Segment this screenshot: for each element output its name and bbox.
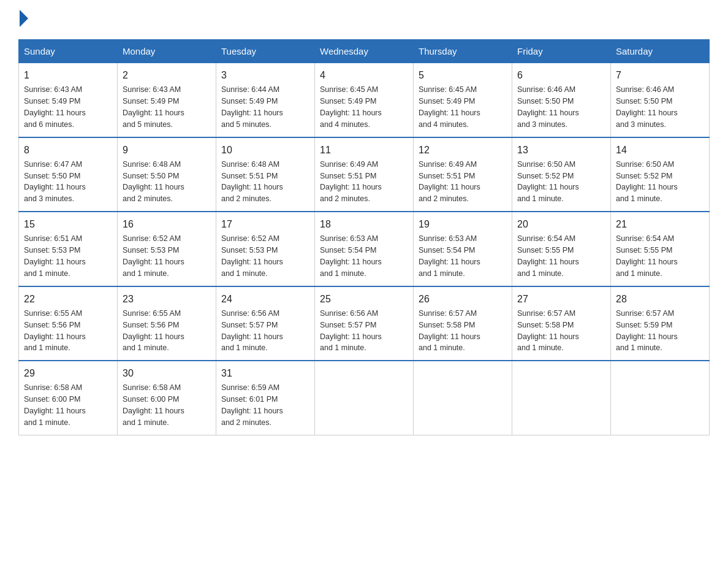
header-tuesday: Tuesday: [216, 40, 315, 63]
day-info: Sunrise: 6:45 AMSunset: 5:49 PMDaylight:…: [320, 85, 382, 129]
day-number: 12: [419, 143, 507, 157]
day-number: 14: [616, 143, 704, 157]
day-info: Sunrise: 6:51 AMSunset: 5:53 PMDaylight:…: [24, 234, 86, 278]
calendar-cell: 2 Sunrise: 6:43 AMSunset: 5:49 PMDayligh…: [118, 63, 216, 137]
header-monday: Monday: [118, 40, 216, 63]
calendar-cell: 16 Sunrise: 6:52 AMSunset: 5:53 PMDaylig…: [118, 212, 216, 286]
day-info: Sunrise: 6:55 AMSunset: 5:56 PMDaylight:…: [24, 309, 86, 353]
calendar-cell: [512, 361, 611, 435]
day-number: 23: [123, 292, 211, 306]
calendar-week-4: 22 Sunrise: 6:55 AMSunset: 5:56 PMDaylig…: [19, 286, 710, 361]
calendar-cell: [315, 361, 414, 435]
day-number: 9: [123, 143, 211, 157]
calendar-cell: 6 Sunrise: 6:46 AMSunset: 5:50 PMDayligh…: [512, 63, 611, 137]
day-number: 11: [320, 143, 408, 157]
calendar-cell: 3 Sunrise: 6:44 AMSunset: 5:49 PMDayligh…: [216, 63, 315, 137]
day-info: Sunrise: 6:50 AMSunset: 5:52 PMDaylight:…: [616, 160, 678, 204]
day-info: Sunrise: 6:58 AMSunset: 6:00 PMDaylight:…: [123, 383, 184, 427]
calendar-cell: 31 Sunrise: 6:59 AMSunset: 6:01 PMDaylig…: [216, 361, 315, 435]
calendar-cell: 10 Sunrise: 6:48 AMSunset: 5:51 PMDaylig…: [216, 137, 315, 212]
day-info: Sunrise: 6:52 AMSunset: 5:53 PMDaylight:…: [221, 234, 283, 278]
day-info: Sunrise: 6:48 AMSunset: 5:51 PMDaylight:…: [221, 160, 283, 204]
header-thursday: Thursday: [414, 40, 512, 63]
day-number: 1: [24, 68, 112, 82]
calendar-cell: 13 Sunrise: 6:50 AMSunset: 5:52 PMDaylig…: [512, 137, 611, 212]
day-info: Sunrise: 6:56 AMSunset: 5:57 PMDaylight:…: [320, 309, 382, 353]
day-number: 25: [320, 292, 408, 306]
calendar-cell: 11 Sunrise: 6:49 AMSunset: 5:51 PMDaylig…: [315, 137, 414, 212]
day-info: Sunrise: 6:43 AMSunset: 5:49 PMDaylight:…: [24, 85, 86, 129]
calendar-cell: 12 Sunrise: 6:49 AMSunset: 5:51 PMDaylig…: [414, 137, 512, 212]
day-number: 24: [221, 292, 309, 306]
day-info: Sunrise: 6:49 AMSunset: 5:51 PMDaylight:…: [320, 160, 382, 204]
day-number: 30: [123, 366, 211, 380]
day-number: 16: [123, 217, 211, 231]
calendar-table: SundayMondayTuesdayWednesdayThursdayFrid…: [18, 39, 710, 435]
day-info: Sunrise: 6:56 AMSunset: 5:57 PMDaylight:…: [221, 309, 283, 353]
calendar-cell: 5 Sunrise: 6:45 AMSunset: 5:49 PMDayligh…: [414, 63, 512, 137]
day-info: Sunrise: 6:53 AMSunset: 5:54 PMDaylight:…: [320, 234, 382, 278]
day-info: Sunrise: 6:48 AMSunset: 5:50 PMDaylight:…: [123, 160, 184, 204]
day-info: Sunrise: 6:55 AMSunset: 5:56 PMDaylight:…: [123, 309, 184, 353]
calendar-cell: 17 Sunrise: 6:52 AMSunset: 5:53 PMDaylig…: [216, 212, 315, 286]
calendar-week-5: 29 Sunrise: 6:58 AMSunset: 6:00 PMDaylig…: [19, 361, 710, 435]
calendar-cell: 4 Sunrise: 6:45 AMSunset: 5:49 PMDayligh…: [315, 63, 414, 137]
day-number: 20: [517, 217, 605, 231]
calendar-cell: 7 Sunrise: 6:46 AMSunset: 5:50 PMDayligh…: [611, 63, 710, 137]
day-info: Sunrise: 6:46 AMSunset: 5:50 PMDaylight:…: [616, 85, 678, 129]
calendar-cell: 28 Sunrise: 6:57 AMSunset: 5:59 PMDaylig…: [611, 286, 710, 361]
logo-triangle-icon: [20, 10, 28, 27]
day-info: Sunrise: 6:58 AMSunset: 6:00 PMDaylight:…: [24, 383, 86, 427]
calendar-cell: 8 Sunrise: 6:47 AMSunset: 5:50 PMDayligh…: [19, 137, 118, 212]
day-number: 4: [320, 68, 408, 82]
day-number: 15: [24, 217, 112, 231]
header-saturday: Saturday: [611, 40, 710, 63]
calendar-week-2: 8 Sunrise: 6:47 AMSunset: 5:50 PMDayligh…: [19, 137, 710, 212]
calendar-cell: 29 Sunrise: 6:58 AMSunset: 6:00 PMDaylig…: [19, 361, 118, 435]
day-number: 17: [221, 217, 309, 231]
header-friday: Friday: [512, 40, 611, 63]
calendar-cell: 23 Sunrise: 6:55 AMSunset: 5:56 PMDaylig…: [118, 286, 216, 361]
calendar-header-row: SundayMondayTuesdayWednesdayThursdayFrid…: [19, 40, 710, 63]
day-number: 31: [221, 366, 309, 380]
day-number: 13: [517, 143, 605, 157]
day-number: 5: [419, 68, 507, 82]
day-number: 27: [517, 292, 605, 306]
day-number: 2: [123, 68, 211, 82]
calendar-cell: 21 Sunrise: 6:54 AMSunset: 5:55 PMDaylig…: [611, 212, 710, 286]
day-number: 18: [320, 217, 408, 231]
day-number: 3: [221, 68, 309, 82]
day-number: 7: [616, 68, 704, 82]
day-info: Sunrise: 6:50 AMSunset: 5:52 PMDaylight:…: [517, 160, 579, 204]
calendar-cell: 18 Sunrise: 6:53 AMSunset: 5:54 PMDaylig…: [315, 212, 414, 286]
day-info: Sunrise: 6:54 AMSunset: 5:55 PMDaylight:…: [517, 234, 579, 278]
day-number: 29: [24, 366, 112, 380]
calendar-cell: 14 Sunrise: 6:50 AMSunset: 5:52 PMDaylig…: [611, 137, 710, 212]
calendar-week-3: 15 Sunrise: 6:51 AMSunset: 5:53 PMDaylig…: [19, 212, 710, 286]
day-info: Sunrise: 6:52 AMSunset: 5:53 PMDaylight:…: [123, 234, 184, 278]
logo: [18, 12, 28, 27]
page-header: [18, 12, 710, 27]
header-sunday: Sunday: [19, 40, 118, 63]
day-number: 6: [517, 68, 605, 82]
day-info: Sunrise: 6:57 AMSunset: 5:58 PMDaylight:…: [517, 309, 579, 353]
calendar-cell: 20 Sunrise: 6:54 AMSunset: 5:55 PMDaylig…: [512, 212, 611, 286]
calendar-week-1: 1 Sunrise: 6:43 AMSunset: 5:49 PMDayligh…: [19, 63, 710, 137]
calendar-cell: [611, 361, 710, 435]
calendar-cell: 27 Sunrise: 6:57 AMSunset: 5:58 PMDaylig…: [512, 286, 611, 361]
day-info: Sunrise: 6:54 AMSunset: 5:55 PMDaylight:…: [616, 234, 678, 278]
day-number: 21: [616, 217, 704, 231]
calendar-cell: 30 Sunrise: 6:58 AMSunset: 6:00 PMDaylig…: [118, 361, 216, 435]
day-info: Sunrise: 6:59 AMSunset: 6:01 PMDaylight:…: [221, 383, 283, 427]
calendar-cell: 15 Sunrise: 6:51 AMSunset: 5:53 PMDaylig…: [19, 212, 118, 286]
calendar-cell: 24 Sunrise: 6:56 AMSunset: 5:57 PMDaylig…: [216, 286, 315, 361]
calendar-cell: 9 Sunrise: 6:48 AMSunset: 5:50 PMDayligh…: [118, 137, 216, 212]
day-number: 22: [24, 292, 112, 306]
day-info: Sunrise: 6:46 AMSunset: 5:50 PMDaylight:…: [517, 85, 579, 129]
calendar-cell: 25 Sunrise: 6:56 AMSunset: 5:57 PMDaylig…: [315, 286, 414, 361]
day-number: 8: [24, 143, 112, 157]
day-info: Sunrise: 6:45 AMSunset: 5:49 PMDaylight:…: [419, 85, 480, 129]
day-number: 10: [221, 143, 309, 157]
calendar-cell: 26 Sunrise: 6:57 AMSunset: 5:58 PMDaylig…: [414, 286, 512, 361]
day-number: 28: [616, 292, 704, 306]
